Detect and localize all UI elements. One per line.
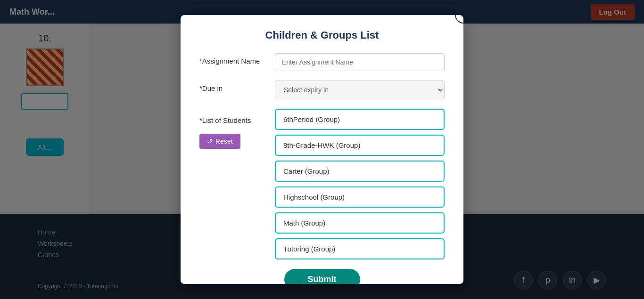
student-item[interactable]: Carter (Group) bbox=[275, 161, 445, 182]
due-field: Select expiry in1 day3 days1 week2 weeks… bbox=[275, 81, 445, 99]
modal-title: Children & Groups List bbox=[199, 29, 445, 41]
assignment-name-input[interactable] bbox=[275, 53, 445, 71]
students-row: *List of Students ↺ Reset 6thPeriod (Gro… bbox=[199, 109, 445, 259]
student-item[interactable]: 6thPeriod (Group) bbox=[275, 109, 445, 130]
student-item[interactable]: Tutoring (Group) bbox=[275, 238, 445, 259]
reset-icon: ↺ bbox=[207, 137, 213, 145]
reset-label: Reset bbox=[215, 137, 233, 145]
student-list: 6thPeriod (Group)8th-Grade-HWK (Group)Ca… bbox=[275, 109, 445, 259]
students-label-col: *List of Students ↺ Reset bbox=[199, 109, 275, 149]
reset-button[interactable]: ↺ Reset bbox=[199, 134, 240, 149]
student-item[interactable]: 8th-Grade-HWK (Group) bbox=[275, 135, 445, 156]
due-select[interactable]: Select expiry in1 day3 days1 week2 weeks… bbox=[275, 81, 445, 99]
assignment-field bbox=[275, 53, 445, 71]
students-label: *List of Students bbox=[199, 113, 275, 124]
student-item[interactable]: Highschool (Group) bbox=[275, 186, 445, 208]
assignment-label: *Assignment Name bbox=[199, 53, 275, 65]
due-label: *Due in bbox=[199, 81, 275, 92]
due-in-row: *Due in Select expiry in1 day3 days1 wee… bbox=[199, 81, 445, 99]
student-item[interactable]: Math (Group) bbox=[275, 212, 445, 234]
modal-overlay: × Children & Groups List *Assignment Nam… bbox=[0, 0, 644, 299]
submit-button[interactable]: Submit bbox=[284, 269, 360, 284]
assignment-name-row: *Assignment Name bbox=[199, 53, 445, 71]
modal-dialog: × Children & Groups List *Assignment Nam… bbox=[181, 15, 463, 284]
modal-close-button[interactable]: × bbox=[455, 15, 463, 24]
